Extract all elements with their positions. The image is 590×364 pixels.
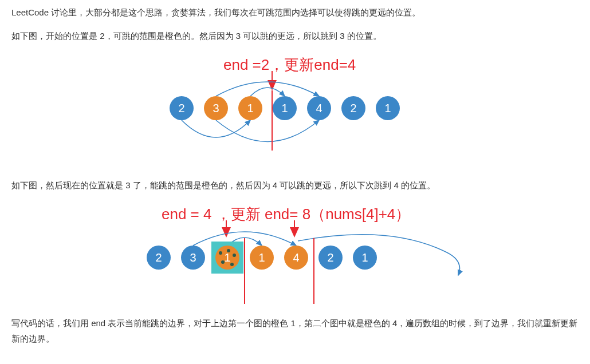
paragraph-step1: 如下图，开始的位置是 2，可跳的范围是橙色的。然后因为 3 可以跳的更远，所以跳…	[11, 28, 579, 43]
circle-6: 1	[353, 246, 377, 270]
paragraph-step2: 如下图，然后现在的位置就是 3 了，能跳的范围是橙色的，然后因为 4 可以跳的更…	[11, 177, 579, 193]
diagram1-circles: 2 3 1 1 4 2 1	[170, 96, 400, 120]
circle-6: 1	[376, 96, 400, 120]
circle-3: 1	[273, 96, 297, 120]
diagram1-annotation: end =2，更新end=4	[223, 52, 356, 78]
circle-0: 2	[170, 96, 194, 120]
circle-2-highlight: 1	[211, 242, 243, 274]
circle-3: 1	[250, 246, 274, 270]
diagram2-circles: 2 3 1 1 4 2 1	[147, 246, 377, 270]
paragraph-code-note: 写代码的话，我们用 end 表示当前能跳的边界，对于上边第一个图的橙色 1，第二…	[11, 315, 579, 346]
circle-0: 2	[147, 246, 171, 270]
paragraph-intro: LeetCode 讨论里，大部分都是这个思路，贪婪算法，我们每次在可跳范围内选择…	[11, 5, 579, 20]
circle-1: 3	[204, 96, 228, 120]
circle-1: 3	[181, 246, 205, 270]
circle-4: 4	[307, 96, 331, 120]
diagram-2: end = 4 ，更新 end= 8（nums[4]+4） 2 3 1	[11, 201, 579, 310]
circle-2: 1	[238, 96, 262, 120]
circle-4: 4	[284, 246, 308, 270]
circle-5: 2	[341, 96, 365, 120]
diagram2-annotation: end = 4 ，更新 end= 8（nums[4]+4）	[162, 201, 410, 228]
diagram-1: end =2，更新end=4 2 3 1 1 4 2 1	[11, 52, 579, 172]
circle-5: 2	[318, 246, 343, 270]
circle-2: 1	[215, 246, 239, 270]
